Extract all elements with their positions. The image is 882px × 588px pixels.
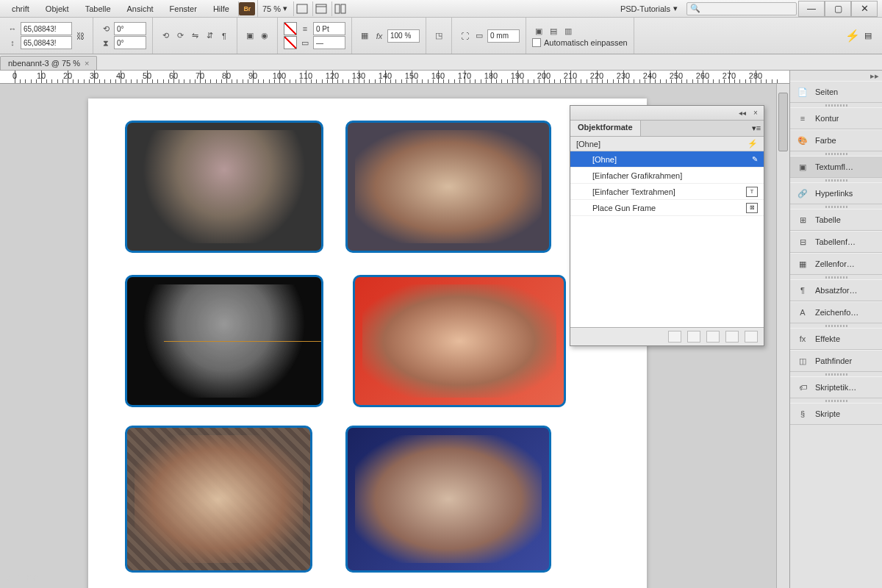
style-label: [Einfacher Textrahmen] <box>592 187 746 196</box>
para-style-icon[interactable]: ¶ <box>218 29 231 43</box>
menu-item[interactable]: Hilfe <box>206 3 237 15</box>
dock-item[interactable]: 📄Seiten <box>790 81 882 103</box>
shear-input[interactable]: 0° <box>114 36 146 49</box>
quick-apply-icon[interactable]: ⚡▤ <box>835 18 882 54</box>
control-bar: ↔65,08843! ↕65,08843! ⛓ ⟲0° ⧗0° ⟲ ⟳ ⇋ ⇵ … <box>0 18 882 54</box>
dock-item[interactable]: 🎨Farbe <box>790 129 882 151</box>
menu-item[interactable]: Ansicht <box>120 3 161 15</box>
dock-item[interactable]: ▦Zellenfor… <box>790 253 882 275</box>
maximize-button[interactable]: ▢ <box>825 1 851 17</box>
autofit-checkbox[interactable] <box>532 38 541 47</box>
stroke-weight-input[interactable]: 0 Pt <box>313 22 345 35</box>
dock-item[interactable]: §Skripte <box>790 403 882 425</box>
image-frame[interactable] <box>125 426 312 573</box>
delete-style-button[interactable] <box>745 331 758 343</box>
fit-frame-icon[interactable]: ▣ <box>532 24 545 37</box>
arrange-button[interactable] <box>331 1 349 16</box>
stroke-style-select[interactable]: — <box>313 36 345 49</box>
select-container-icon[interactable]: ▣ <box>243 29 257 43</box>
new-group-button[interactable] <box>706 331 720 343</box>
menu-item[interactable]: chrift <box>4 3 37 15</box>
object-styles-panel[interactable]: ◂◂ × Objektformate ▾≡ [Ohne] ⚡ [Ohne]✎[E… <box>570 105 764 346</box>
stroke-swatch[interactable] <box>284 36 297 49</box>
search-input[interactable]: 🔍 <box>686 2 797 15</box>
panel-tab[interactable]: Objektformate <box>570 121 641 136</box>
dock-collapse-icon[interactable]: ▸▸ <box>790 71 882 81</box>
dock-item[interactable]: ◫Pathfinder <box>790 350 882 372</box>
image-frame[interactable] <box>125 121 323 253</box>
style-label: Place Gun Frame <box>592 204 746 212</box>
menu-item[interactable]: Tabelle <box>78 3 118 15</box>
panel-close-icon[interactable]: × <box>750 108 761 118</box>
rotate-input[interactable]: 0° <box>114 22 146 35</box>
select-content-icon[interactable]: ◉ <box>258 29 271 43</box>
close-tab-icon[interactable]: × <box>85 59 89 68</box>
panel-current-style[interactable]: [Ohne] ⚡ <box>570 137 764 151</box>
tag-icon: 🏷 <box>796 381 809 393</box>
dock-item[interactable]: fxEffekte <box>790 328 882 350</box>
lightning-icon[interactable]: ⚡ <box>747 139 758 148</box>
dock-item[interactable]: 🔗Hyperlinks <box>790 182 882 204</box>
dock-item[interactable]: ⊞Tabelle <box>790 209 882 231</box>
panel-titlebar[interactable]: ◂◂ × <box>570 106 764 121</box>
style-row[interactable]: [Ohne]✎ <box>570 151 764 168</box>
bridge-button[interactable]: Br <box>238 1 256 16</box>
image-frame[interactable] <box>125 275 323 407</box>
pages-icon: 📄 <box>796 86 809 98</box>
y-input[interactable]: 65,08843! <box>21 36 72 49</box>
fill-frame-icon[interactable]: ▥ <box>562 24 575 37</box>
panel-menu-icon[interactable]: ▾≡ <box>749 121 764 136</box>
document-tab[interactable]: nbenannt-3 @ 75 %× <box>0 56 97 70</box>
inset-input[interactable]: 0 mm <box>487 29 520 43</box>
opacity-input[interactable]: 100 % <box>387 29 420 43</box>
corner-icon[interactable]: ◳ <box>432 29 445 43</box>
fill-swatch[interactable] <box>284 22 297 35</box>
panel-collapse-icon[interactable]: ◂◂ <box>737 108 747 118</box>
pencil-icon: ✎ <box>752 155 758 163</box>
dock-item-label: Tabelle <box>815 215 841 224</box>
wrap-none-icon[interactable]: ▦ <box>358 29 371 43</box>
svg-rect-0 <box>297 4 307 13</box>
ruler-label: 90 <box>248 71 257 80</box>
screenmode-button-2[interactable] <box>312 1 330 16</box>
rotate-cw-icon[interactable]: ⟳ <box>173 29 187 43</box>
dock-item[interactable]: ⊟Tabellenf… <box>790 231 882 253</box>
para-icon: ¶ <box>796 284 809 296</box>
dock-item[interactable]: ▣Textumfl… <box>790 156 882 178</box>
menu-item[interactable]: Fenster <box>162 3 204 15</box>
workspace-switcher[interactable]: PSD-Tutorials▾ <box>613 4 685 13</box>
dock-item[interactable]: AZeichenfo… <box>790 301 882 323</box>
stroke-weight-icon: ≡ <box>298 22 312 35</box>
scrollbar-thumb[interactable] <box>778 93 788 151</box>
style-row[interactable]: [Einfacher Grafikrahmen] <box>570 168 764 184</box>
clear-override-button[interactable] <box>668 331 681 343</box>
rotate-ccw-icon[interactable]: ⟲ <box>159 29 172 43</box>
dock-item-label: Zeichenfo… <box>815 308 858 317</box>
path-icon: ◫ <box>796 355 809 367</box>
fit-prop-icon[interactable]: ▤ <box>547 24 560 37</box>
style-row[interactable]: Place Gun Frame⊠ <box>570 200 764 216</box>
fit-content-icon[interactable]: ⛶ <box>458 29 471 43</box>
image-frame[interactable] <box>353 275 566 407</box>
screenmode-button-1[interactable] <box>293 1 311 16</box>
zoom-select[interactable]: 75 %▾ <box>257 0 292 17</box>
flip-h-icon[interactable]: ⇋ <box>188 29 201 43</box>
vertical-scrollbar[interactable] <box>776 84 789 588</box>
menu-item[interactable]: Objekt <box>38 3 76 15</box>
x-input[interactable]: 65,08843! <box>21 22 72 35</box>
image-frame[interactable] <box>345 121 551 253</box>
dock-item[interactable]: 🏷Skriptetik… <box>790 376 882 398</box>
dock-item[interactable]: ≡Kontur <box>790 107 882 129</box>
flip-v-icon[interactable]: ⇵ <box>203 29 216 43</box>
close-button[interactable]: ✕ <box>851 1 878 17</box>
clear-attrs-button[interactable] <box>687 331 700 343</box>
new-style-button[interactable] <box>725 331 739 343</box>
minimize-button[interactable]: — <box>798 1 825 17</box>
link-icon[interactable]: ⛓ <box>74 29 87 43</box>
dock-item[interactable]: ¶Absatzfor… <box>790 279 882 301</box>
effects-icon[interactable]: fx <box>373 29 386 43</box>
image-frame[interactable] <box>345 426 551 573</box>
dock-item-label: Kontur <box>815 114 839 123</box>
style-row[interactable]: [Einfacher Textrahmen]T <box>570 184 764 200</box>
dock-item-label: Absatzfor… <box>815 286 857 295</box>
